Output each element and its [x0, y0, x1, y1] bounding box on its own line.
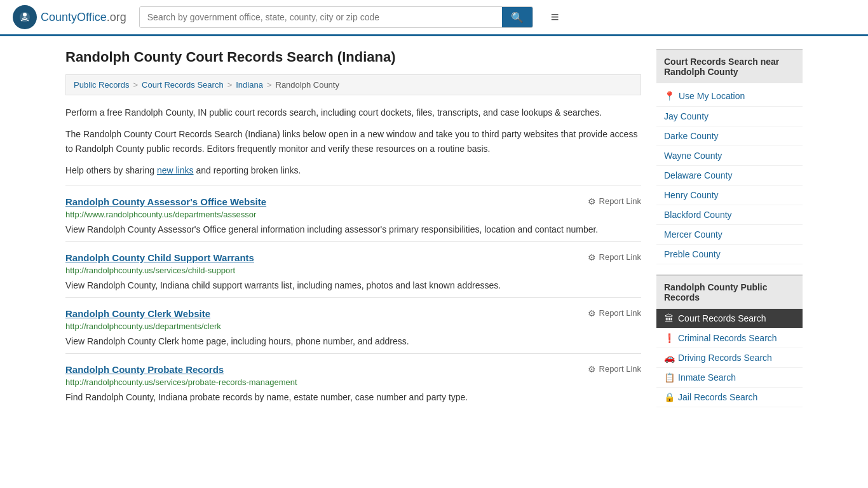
- sidebar-record-link[interactable]: ❗ Criminal Records Search: [656, 329, 803, 348]
- nearby-county-link[interactable]: Blackford County: [656, 205, 803, 225]
- sidebar-record-link[interactable]: 🚗 Driving Records Search: [656, 348, 803, 368]
- record-title[interactable]: Randolph County Probate Records: [65, 364, 224, 375]
- record-url[interactable]: http://www.randolphcounty.us/departments…: [65, 210, 641, 219]
- sidebar-nearby-header: Court Records Search near Randolph Count…: [656, 49, 803, 83]
- search-icon: 🔍: [511, 12, 524, 23]
- nearby-county-link[interactable]: Delaware County: [656, 166, 803, 186]
- svg-point-2: [23, 13, 27, 17]
- nearby-county-link[interactable]: Darke County: [656, 126, 803, 146]
- sidebar-link-icon: 🏛: [664, 313, 674, 323]
- sidebar-nearby-links: 📍 Use My Location Jay CountyDarke County…: [656, 83, 803, 267]
- sidebar-link-label: Jail Records Search: [678, 392, 757, 402]
- sidebar: Court Records Search near Randolph Count…: [656, 49, 803, 409]
- report-icon: ⚙: [588, 196, 596, 207]
- record-header: Randolph County Assessor's Office Websit…: [65, 196, 641, 207]
- site-header: CountyOffice.org 🔍 ≡: [0, 0, 868, 36]
- breadcrumb-public-records[interactable]: Public Records: [74, 80, 129, 90]
- sidebar-record-link[interactable]: 🏛 Court Records Search: [656, 309, 803, 329]
- record-description: View Randolph County, Indiana child supp…: [65, 279, 641, 292]
- record-title[interactable]: Randolph County Child Support Warrants: [65, 252, 254, 263]
- report-icon: ⚙: [588, 308, 596, 318]
- description-1: Perform a free Randolph County, IN publi…: [65, 105, 641, 119]
- use-location-label: Use My Location: [679, 91, 745, 101]
- record-header: Randolph County Child Support Warrants ⚙…: [65, 252, 641, 263]
- page-title: Randolph County Court Records Search (In…: [65, 49, 641, 65]
- record-url[interactable]: http://randolphcounty.us/services/probat…: [65, 377, 641, 387]
- sidebar-link-icon: 🔒: [664, 392, 674, 402]
- record-description: Find Randolph County, Indiana probate re…: [65, 391, 641, 404]
- nearby-county-link[interactable]: Henry County: [656, 186, 803, 205]
- sidebar-record-link[interactable]: 🔒 Jail Records Search: [656, 388, 803, 407]
- report-link-button[interactable]: ⚙ Report Link: [588, 308, 641, 318]
- report-label: Report Link: [599, 308, 641, 318]
- sidebar-link-label: Driving Records Search: [678, 353, 772, 363]
- sidebar-link-icon: 🚗: [664, 353, 674, 363]
- use-location-button[interactable]: 📍 Use My Location: [656, 86, 803, 107]
- record-url[interactable]: http://randolphcounty.us/departments/cle…: [65, 322, 641, 331]
- report-icon: ⚙: [588, 252, 596, 262]
- nearby-counties-list: Jay CountyDarke CountyWayne CountyDelawa…: [656, 107, 803, 264]
- report-label: Report Link: [599, 364, 641, 374]
- sidebar-link-icon: ❗: [664, 333, 674, 343]
- breadcrumb: Public Records > Court Records Search > …: [65, 74, 641, 95]
- record-title[interactable]: Randolph County Assessor's Office Websit…: [65, 196, 266, 207]
- search-bar: 🔍: [139, 6, 533, 28]
- new-links-link[interactable]: new links: [157, 165, 194, 175]
- nearby-county-link[interactable]: Preble County: [656, 245, 803, 264]
- records-list: Randolph County Assessor's Office Websit…: [65, 186, 641, 409]
- record-entry: Randolph County Child Support Warrants ⚙…: [65, 241, 641, 297]
- menu-button[interactable]: ≡: [546, 6, 564, 28]
- record-header: Randolph County Clerk Website ⚙ Report L…: [65, 308, 641, 319]
- logo-text: CountyOffice.org: [41, 11, 126, 24]
- record-title[interactable]: Randolph County Clerk Website: [65, 308, 210, 319]
- logo-icon: [13, 5, 37, 29]
- report-label: Report Link: [599, 252, 641, 262]
- sidebar-link-label: Criminal Records Search: [678, 333, 777, 343]
- location-icon: 📍: [664, 91, 675, 101]
- sidebar-public-records-header: Randolph County Public Records: [656, 274, 803, 309]
- public-records-links: 🏛 Court Records Search ❗ Criminal Record…: [656, 309, 803, 407]
- sidebar-record-link[interactable]: 📋 Inmate Search: [656, 368, 803, 388]
- breadcrumb-court-records[interactable]: Court Records Search: [142, 80, 224, 90]
- record-url[interactable]: http://randolphcounty.us/services/child-…: [65, 266, 641, 275]
- sidebar-link-label: Court Records Search: [678, 313, 766, 323]
- report-link-button[interactable]: ⚙ Report Link: [588, 252, 641, 262]
- search-input[interactable]: [140, 7, 502, 27]
- report-label: Report Link: [599, 196, 641, 206]
- main-container: Randolph County Court Records Search (In…: [53, 36, 815, 422]
- hamburger-icon: ≡: [551, 9, 559, 25]
- record-description: View Randolph County Assessor's Office g…: [65, 223, 641, 236]
- report-link-button[interactable]: ⚙ Report Link: [588, 364, 641, 374]
- breadcrumb-current: Randolph County: [276, 80, 339, 90]
- description-3: Help others by sharing new links and rep…: [65, 163, 641, 177]
- record-entry: Randolph County Probate Records ⚙ Report…: [65, 353, 641, 409]
- site-logo[interactable]: CountyOffice.org: [13, 5, 126, 29]
- sidebar-link-label: Inmate Search: [678, 372, 736, 383]
- search-button[interactable]: 🔍: [502, 7, 532, 27]
- nearby-county-link[interactable]: Jay County: [656, 107, 803, 126]
- record-entry: Randolph County Clerk Website ⚙ Report L…: [65, 297, 641, 353]
- sidebar-link-icon: 📋: [664, 372, 674, 383]
- report-link-button[interactable]: ⚙ Report Link: [588, 196, 641, 207]
- content-area: Randolph County Court Records Search (In…: [65, 49, 641, 409]
- record-header: Randolph County Probate Records ⚙ Report…: [65, 364, 641, 375]
- record-description: View Randolph County Clerk home page, in…: [65, 335, 641, 348]
- nearby-county-link[interactable]: Mercer County: [656, 225, 803, 245]
- description-2: The Randolph County Court Records Search…: [65, 127, 641, 156]
- breadcrumb-sep-3: >: [267, 80, 272, 90]
- nearby-county-link[interactable]: Wayne County: [656, 146, 803, 166]
- breadcrumb-sep-2: >: [227, 80, 233, 90]
- breadcrumb-indiana[interactable]: Indiana: [236, 80, 263, 90]
- report-icon: ⚙: [588, 364, 596, 374]
- breadcrumb-sep-1: >: [133, 80, 138, 90]
- record-entry: Randolph County Assessor's Office Websit…: [65, 186, 641, 241]
